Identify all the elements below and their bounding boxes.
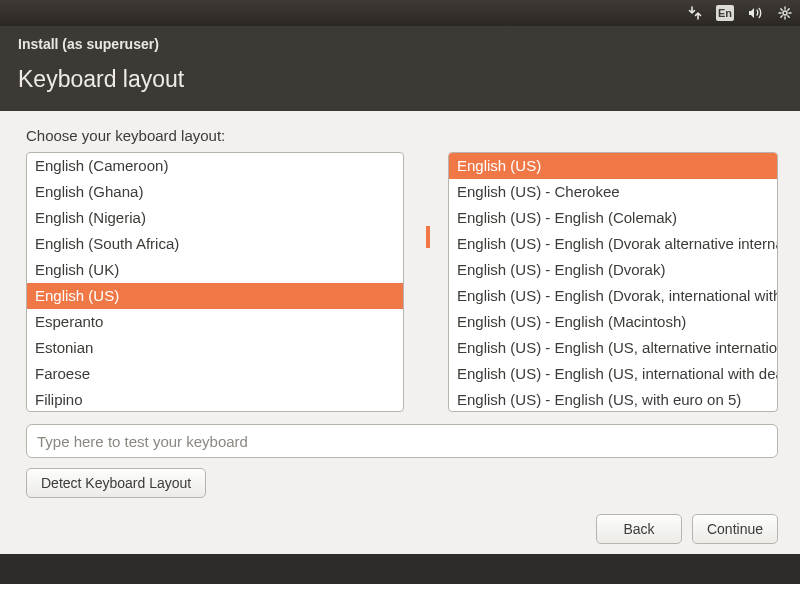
- volume-icon[interactable]: [748, 4, 764, 22]
- variant-list-item[interactable]: English (US) - English (Macintosh): [449, 309, 777, 335]
- variant-list-item[interactable]: English (US) - English (Dvorak alternati…: [449, 231, 777, 257]
- variant-list-item[interactable]: English (US) - English (Dvorak): [449, 257, 777, 283]
- variant-list-item[interactable]: English (US): [449, 153, 777, 179]
- language-list-item[interactable]: English (Nigeria): [27, 205, 403, 231]
- language-listbox[interactable]: English (Cameroon)English (Ghana)English…: [26, 152, 404, 412]
- language-list-item[interactable]: Filipino: [27, 387, 403, 411]
- gear-icon[interactable]: [778, 4, 792, 22]
- system-topbar: En: [0, 0, 800, 26]
- variant-list-item[interactable]: English (US) - Cherokee: [449, 179, 777, 205]
- language-indicator[interactable]: En: [716, 5, 734, 21]
- bottom-bar: [0, 554, 800, 584]
- nav-buttons: Back Continue: [26, 514, 778, 544]
- window-title: Install (as superuser): [18, 36, 784, 52]
- network-icon[interactable]: [688, 4, 702, 22]
- language-list-item[interactable]: English (Cameroon): [27, 153, 403, 179]
- detect-keyboard-button[interactable]: Detect Keyboard Layout: [26, 468, 206, 498]
- content-area: Choose your keyboard layout: English (Ca…: [0, 111, 800, 554]
- variant-list-item[interactable]: English (US) - English (US, alternative …: [449, 335, 777, 361]
- keyboard-test-input[interactable]: [26, 424, 778, 458]
- layout-lists: English (Cameroon)English (Ghana)English…: [26, 152, 778, 412]
- selection-edge-marker: [426, 226, 430, 248]
- language-list-item[interactable]: English (South Africa): [27, 231, 403, 257]
- variant-listbox[interactable]: English (US)English (US) - CherokeeEngli…: [448, 152, 778, 412]
- prompt-label: Choose your keyboard layout:: [26, 127, 778, 144]
- installer-header: Install (as superuser) Keyboard layout: [0, 26, 800, 111]
- language-list-item[interactable]: English (UK): [27, 257, 403, 283]
- variant-list-item[interactable]: English (US) - English (US, internationa…: [449, 361, 777, 387]
- language-list-item[interactable]: English (US): [27, 283, 403, 309]
- language-list-item[interactable]: Estonian: [27, 335, 403, 361]
- continue-button[interactable]: Continue: [692, 514, 778, 544]
- language-list-item[interactable]: English (Ghana): [27, 179, 403, 205]
- language-list-item[interactable]: Faroese: [27, 361, 403, 387]
- back-button[interactable]: Back: [596, 514, 682, 544]
- page-title: Keyboard layout: [18, 66, 784, 93]
- variant-list-item[interactable]: English (US) - English (Dvorak, internat…: [449, 283, 777, 309]
- variant-list-item[interactable]: English (US) - English (US, with euro on…: [449, 387, 777, 411]
- language-list-item[interactable]: Esperanto: [27, 309, 403, 335]
- variant-list-item[interactable]: English (US) - English (Colemak): [449, 205, 777, 231]
- svg-point-0: [783, 11, 787, 15]
